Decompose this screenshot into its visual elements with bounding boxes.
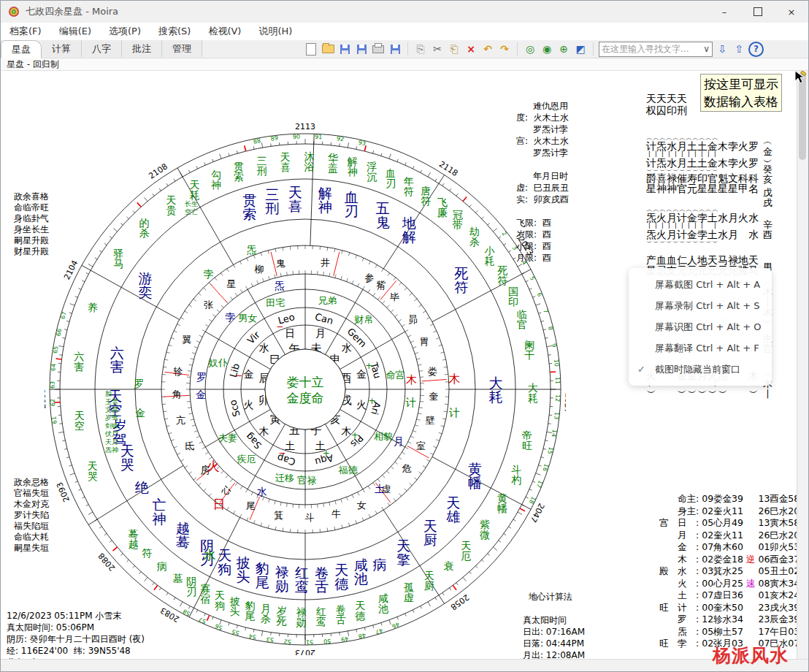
rim-tick: [428, 172, 431, 177]
vertical-scrollbar[interactable]: [797, 71, 808, 660]
copy-icon[interactable]: ⎘: [413, 42, 428, 56]
mansion-label: 角: [172, 389, 182, 400]
menu-item-3[interactable]: 搜索(S): [150, 25, 199, 38]
green-shensha: 浮沉: [367, 161, 377, 183]
rim-tick: [397, 617, 398, 620]
tab-八字[interactable]: 八字: [82, 40, 122, 57]
tab-计算[interactable]: 计算: [42, 40, 82, 57]
scrollbar-thumb[interactable]: [799, 72, 806, 160]
delete-icon[interactable]: ×: [464, 42, 478, 56]
band-tick: [171, 337, 175, 339]
horizontal-scrollbar[interactable]: [1, 659, 808, 671]
rim-tick: [237, 150, 237, 153]
band-tick: [177, 324, 180, 326]
band-tick: [405, 447, 408, 449]
rim-tick: [475, 566, 478, 568]
rim-tick: [543, 329, 546, 330]
tab-批注[interactable]: 批注: [122, 40, 162, 57]
search-input[interactable]: 在这里输入寻找文字...∨: [599, 42, 713, 57]
data-entry-tooltip[interactable]: 按这里可显示 数据输入表格: [700, 74, 782, 112]
rim-degree-number: 61: [50, 416, 58, 424]
help-icon[interactable]: ?: [748, 42, 764, 57]
context-menu-item-3[interactable]: 屏幕翻译 Ctrl + Alt + F: [629, 337, 772, 359]
new-file-icon[interactable]: [304, 42, 318, 56]
house-label: 官禄: [297, 475, 316, 486]
open-folder-icon[interactable]: [321, 42, 335, 56]
dignity-mark: +: [369, 396, 376, 406]
green-shensha: 岁死: [276, 605, 286, 627]
rim-tick: [493, 229, 496, 232]
menu-item-4[interactable]: 检视(V): [199, 25, 250, 38]
band-tick: [395, 462, 398, 464]
undo-icon[interactable]: ↶: [480, 42, 495, 56]
context-menu-item-4[interactable]: ✓截图时隐藏当前窗口: [629, 359, 772, 380]
context-menu-item-1[interactable]: 屏幕录制 Ctrl + Alt + S: [629, 295, 772, 316]
planet-glyph: 木: [448, 372, 461, 386]
planet-rim-tick: [137, 202, 141, 207]
context-menu-item-0[interactable]: 屏幕截图 Ctrl + Alt + A: [629, 274, 772, 295]
element-label: 日: [285, 327, 295, 339]
save-as-icon[interactable]: [354, 42, 369, 56]
band-tick: [192, 353, 196, 354]
sort-down-icon[interactable]: ⇩: [715, 42, 729, 56]
tab-星盘[interactable]: 星盘: [1, 40, 42, 58]
save-copy-icon[interactable]: [388, 42, 402, 56]
chart-tool-3-icon[interactable]: ⊕: [556, 42, 571, 56]
rim-tick: [522, 505, 525, 506]
save-icon[interactable]: [337, 42, 352, 56]
rim-tick: [78, 489, 81, 491]
print-icon[interactable]: [371, 42, 386, 56]
rim-tick: [82, 497, 85, 498]
cut-icon[interactable]: ✂: [430, 42, 445, 56]
planet-glyph: 土: [375, 483, 385, 495]
element-label: 木: [341, 425, 352, 437]
band-tick: [334, 527, 335, 530]
paste-icon[interactable]: ⎗: [447, 42, 461, 56]
app-icon: [8, 6, 20, 18]
chart-tool-2-icon[interactable]: ◉: [540, 42, 554, 56]
menu-item-1[interactable]: 编辑(E): [50, 25, 100, 38]
rim-tick: [253, 146, 254, 149]
year-label: 2058: [448, 592, 470, 612]
band-tick: [373, 293, 375, 296]
rim-tick: [180, 602, 183, 606]
sort-up-icon[interactable]: ⇧: [732, 42, 746, 56]
green-shensha: 天空: [74, 410, 85, 432]
planet-glyph: 月: [394, 435, 404, 447]
mansion-label: 昴: [408, 314, 418, 325]
band-tick: [342, 524, 342, 528]
rim-degree-number: 46: [391, 621, 401, 630]
green-shensha: 月杀: [261, 603, 271, 625]
rim-tick: [381, 623, 382, 626]
chevron-down-icon[interactable]: ∨: [703, 44, 710, 54]
band-tick: [377, 297, 380, 299]
band-tick: [166, 426, 170, 427]
rim-tick: [509, 527, 511, 528]
menu-item-5[interactable]: 说明(H): [250, 25, 301, 38]
rim-tick: [104, 243, 107, 245]
band-tick: [436, 337, 440, 339]
blue-shensha: 红鸾: [295, 565, 309, 595]
green-shensha: 唐符: [421, 185, 431, 207]
mansion-label: 轸: [173, 366, 183, 377]
menu-item-0[interactable]: 档案(F): [1, 25, 50, 38]
element-label: 水: [258, 342, 269, 354]
context-menu-item-2[interactable]: 屏幕识图 Ctrl + Alt + O: [629, 316, 772, 337]
tab-管理[interactable]: 管理: [162, 40, 202, 57]
save-as-glyph: [357, 45, 367, 54]
green-shensha: 华盖: [328, 152, 338, 174]
rim-degree-number: 15: [546, 446, 554, 455]
blue-shensha: 地解: [402, 215, 416, 245]
band-tick: [187, 402, 191, 402]
close-button[interactable]: ×: [775, 1, 808, 23]
rim-tick: [66, 321, 69, 321]
redo-icon[interactable]: ↷: [497, 42, 512, 56]
maximize-button[interactable]: [741, 1, 775, 23]
chart-tool-4-icon[interactable]: ◩: [573, 42, 588, 56]
menu-item-2[interactable]: 选项(P): [100, 25, 150, 38]
minimize-button[interactable]: –: [708, 1, 741, 23]
rim-tick: [166, 593, 168, 595]
chart-tool-1-icon[interactable]: ◎: [523, 42, 537, 56]
band-tick: [394, 498, 396, 501]
green-shensha: 天哭: [88, 460, 98, 482]
